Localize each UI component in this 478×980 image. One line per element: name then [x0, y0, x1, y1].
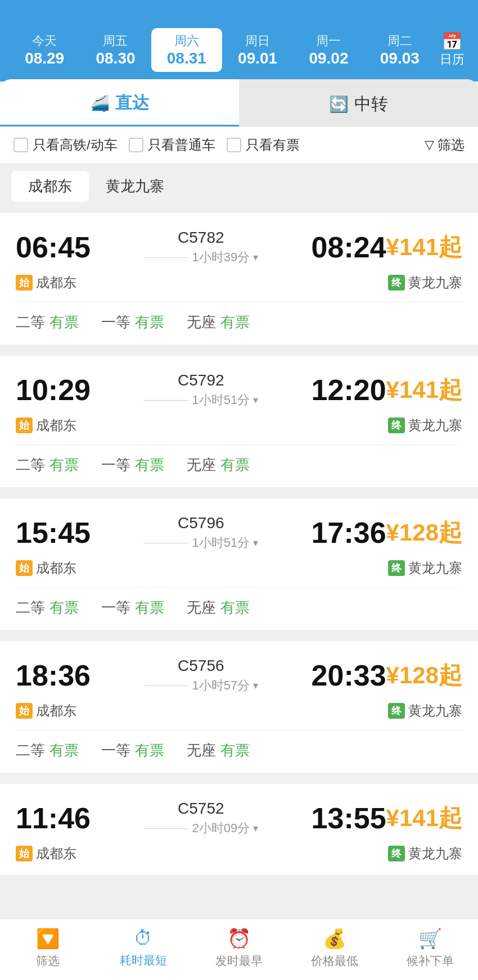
- train-number-2: C5796: [178, 514, 224, 532]
- filter-bar: 只看高铁/动车 只看普通车 只看有票 ▽筛选: [0, 126, 478, 163]
- filter-checkbox-1[interactable]: [129, 138, 143, 152]
- nav-label-3: 价格最低: [311, 953, 358, 969]
- nav-label-4: 候补下单: [407, 953, 454, 969]
- date-tab-09.02[interactable]: 周一 09.02: [293, 28, 364, 72]
- train-list: 06:45 C5782 1小时39分 ▾ 08:24 ¥141起 始 成都东 终…: [0, 210, 478, 948]
- date-tab-09.01[interactable]: 周日 09.01: [222, 28, 293, 72]
- depart-time-0: 06:45: [16, 230, 106, 264]
- arrive-time-2: 17:36: [296, 516, 386, 550]
- train-main-row-0: 06:45 C5782 1小时39分 ▾ 08:24 ¥141起: [16, 229, 462, 266]
- train-middle-4: C5752 2小时09分 ▾: [106, 800, 296, 837]
- train-number-1: C5792: [178, 371, 224, 389]
- nav-item-4[interactable]: 🛒 候补下单: [382, 927, 478, 969]
- train-card-3[interactable]: 18:36 C5756 1小时57分 ▾ 20:33 ¥128起 始 成都东 终…: [0, 641, 478, 773]
- seat-item-0-2: 无座 有票: [187, 312, 250, 332]
- train-main-row-3: 18:36 C5756 1小时57分 ▾ 20:33 ¥128起: [16, 657, 462, 694]
- depart-station-0: 始 成都东: [16, 274, 76, 292]
- station-tabs: 成都东黄龙九寨: [0, 163, 478, 210]
- station-row-2: 始 成都东 终 黄龙九寨: [16, 559, 462, 577]
- train-card-1[interactable]: 10:29 C5792 1小时51分 ▾ 12:20 ¥141起 始 成都东 终…: [0, 356, 478, 487]
- train-number-3: C5756: [178, 657, 224, 675]
- train-price-3: ¥128起: [386, 660, 462, 691]
- train-middle-1: C5792 1小时51分 ▾: [106, 371, 296, 409]
- filter-checkbox-0[interactable]: [13, 138, 28, 152]
- station-tab-1[interactable]: 黄龙九寨: [89, 171, 181, 202]
- train-card-0[interactable]: 06:45 C5782 1小时39分 ▾ 08:24 ¥141起 始 成都东 终…: [0, 213, 478, 344]
- duration-chevron-0[interactable]: ▾: [253, 251, 258, 264]
- seat-item-3-1: 一等 有票: [101, 741, 164, 760]
- arrive-station-3: 终 黄龙九寨: [388, 702, 462, 720]
- seat-row-3: 二等 有票 一等 有票 无座 有票: [16, 741, 462, 760]
- depart-station-4: 始 成都东: [16, 845, 76, 863]
- train-number-4: C5752: [178, 800, 224, 818]
- filter-button[interactable]: ▽筛选: [425, 136, 465, 154]
- train-card-2[interactable]: 15:45 C5796 1小时51分 ▾ 17:36 ¥128起 始 成都东 终…: [0, 498, 478, 630]
- nav-icon-3: 💰: [323, 927, 346, 950]
- seat-item-3-2: 无座 有票: [187, 741, 250, 760]
- train-main-row-1: 10:29 C5792 1小时51分 ▾ 12:20 ¥141起: [16, 371, 462, 409]
- filter-item-1[interactable]: 只看普通车: [129, 136, 215, 154]
- depart-station-3: 始 成都东: [16, 702, 76, 720]
- station-tab-0[interactable]: 成都东: [11, 171, 89, 202]
- arrive-time-3: 20:33: [296, 659, 386, 692]
- train-price-0: ¥141起: [386, 232, 462, 263]
- seat-item-1-2: 无座 有票: [187, 455, 250, 475]
- depart-station-1: 始 成都东: [16, 416, 76, 434]
- nav-item-2[interactable]: ⏰ 发时最早: [191, 927, 287, 969]
- trip-tabs: 🚄 直达 🔄 中转: [0, 79, 478, 126]
- date-tab-09.03[interactable]: 周二 09.03: [364, 28, 435, 72]
- nav-item-1[interactable]: ⏱ 耗时最短: [96, 927, 191, 969]
- nav-icon-1: ⏱: [134, 927, 153, 949]
- nav-icon-4: 🛒: [418, 927, 442, 950]
- filter-checkbox-2[interactable]: [227, 138, 241, 152]
- station-row-0: 始 成都东 终 黄龙九寨: [16, 274, 462, 292]
- train-main-row-4: 11:46 C5752 2小时09分 ▾ 13:55 ¥141起: [16, 800, 462, 837]
- trip-tab-0[interactable]: 🚄 直达: [0, 79, 239, 126]
- duration-chevron-4[interactable]: ▾: [253, 822, 258, 834]
- nav-item-0[interactable]: 🔽 筛选: [0, 927, 96, 969]
- seat-item-2-1: 一等 有票: [101, 598, 164, 618]
- train-main-row-2: 15:45 C5796 1小时51分 ▾ 17:36 ¥128起: [16, 514, 462, 551]
- date-tab-08.29[interactable]: 今天 08.29: [9, 28, 80, 72]
- train-duration-3: 1小时57分: [192, 677, 250, 694]
- train-price-4: ¥141起: [386, 802, 462, 834]
- header: 今天 08.29 周五 08.30 周六 08.31 周日 09.01 周一 0…: [0, 0, 478, 81]
- seat-item-2-0: 二等 有票: [16, 598, 79, 618]
- seat-item-1-1: 一等 有票: [101, 455, 164, 475]
- train-middle-3: C5756 1小时57分 ▾: [106, 657, 296, 694]
- filter-item-2[interactable]: 只看有票: [227, 136, 300, 154]
- arrive-station-2: 终 黄龙九寨: [388, 559, 462, 577]
- duration-chevron-2[interactable]: ▾: [253, 537, 258, 549]
- train-price-1: ¥141起: [386, 374, 462, 406]
- train-card-4[interactable]: 11:46 C5752 2小时09分 ▾ 13:55 ¥141起 始 成都东 终…: [0, 784, 478, 875]
- train-middle-2: C5796 1小时51分 ▾: [106, 514, 296, 551]
- train-duration-2: 1小时51分: [192, 534, 250, 551]
- train-price-2: ¥128起: [386, 517, 462, 548]
- train-number-0: C5782: [178, 229, 224, 247]
- bottom-nav: 🔽 筛选 ⏱ 耗时最短 ⏰ 发时最早 💰 价格最低 🛒 候补下单: [0, 919, 478, 980]
- duration-chevron-1[interactable]: ▾: [253, 394, 258, 406]
- depart-time-3: 18:36: [16, 659, 106, 692]
- trip-tab-1[interactable]: 🔄 中转: [239, 79, 478, 126]
- filter-item-0[interactable]: 只看高铁/动车: [13, 136, 118, 154]
- date-tab-08.31[interactable]: 周六 08.31: [151, 28, 222, 72]
- depart-station-2: 始 成都东: [16, 559, 76, 577]
- nav-item-3[interactable]: 💰 价格最低: [287, 927, 382, 969]
- main-content: 🚄 直达 🔄 中转 只看高铁/动车 只看普通车 只看有票 ▽筛选 成都东黄龙九寨…: [0, 79, 478, 948]
- arrive-time-1: 12:20: [296, 373, 386, 407]
- depart-time-2: 15:45: [16, 516, 106, 550]
- seat-item-0-0: 二等 有票: [16, 312, 79, 332]
- date-tab-08.30[interactable]: 周五 08.30: [80, 28, 151, 72]
- calendar-button[interactable]: 📅 日历: [435, 27, 469, 72]
- nav-label-2: 发时最早: [215, 953, 263, 969]
- arrive-time-4: 13:55: [296, 801, 386, 835]
- train-duration-0: 1小时39分: [192, 249, 250, 266]
- duration-chevron-3[interactable]: ▾: [253, 679, 258, 692]
- nav-icon-0: 🔽: [36, 927, 60, 950]
- arrive-time-0: 08:24: [296, 230, 386, 264]
- seat-item-0-1: 一等 有票: [101, 312, 164, 332]
- seat-row-1: 二等 有票 一等 有票 无座 有票: [16, 455, 462, 475]
- station-row-1: 始 成都东 终 黄龙九寨: [16, 416, 462, 434]
- date-tabs: 今天 08.29 周五 08.30 周六 08.31 周日 09.01 周一 0…: [0, 21, 478, 81]
- depart-time-4: 11:46: [16, 801, 106, 835]
